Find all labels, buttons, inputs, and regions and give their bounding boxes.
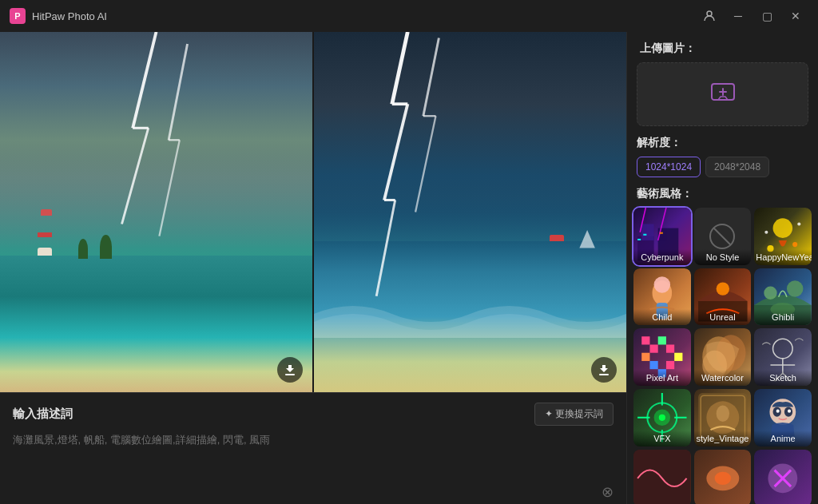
minimize-button[interactable]: ─ [725, 5, 751, 27]
svg-point-32 [765, 231, 768, 234]
svg-rect-46 [649, 361, 657, 369]
svg-point-31 [792, 242, 797, 247]
svg-rect-43 [641, 337, 649, 345]
input-area: 輸入描述詞 ✦ 更換提示詞 ⊗ [0, 392, 626, 504]
svg-point-40 [764, 286, 777, 299]
svg-rect-47 [658, 337, 666, 345]
prompt-textarea[interactable] [13, 432, 614, 480]
app-title: HitPaw Photo AI [32, 10, 107, 22]
style-child[interactable]: Child [633, 268, 691, 326]
svg-point-75 [788, 410, 791, 413]
style-sketch[interactable]: Sketch [754, 328, 812, 386]
svg-point-78 [714, 471, 730, 484]
style-more2[interactable] [694, 450, 752, 504]
style-anime[interactable]: Anime [754, 389, 812, 446]
svg-point-55 [773, 339, 793, 359]
svg-rect-45 [641, 353, 649, 361]
svg-rect-50 [666, 361, 674, 369]
style-anime-label: Anime [754, 431, 812, 446]
style-pixelart[interactable]: Pixel Art [633, 328, 691, 386]
images-area [0, 32, 626, 392]
style-vfx-label: VFX [633, 431, 691, 446]
left-image-container [0, 32, 312, 392]
upload-section: 上傳圖片： [627, 32, 818, 136]
style-pixelart-label: Pixel Art [633, 370, 691, 386]
clear-input-button[interactable]: ⊗ [602, 483, 614, 501]
art-styles-title: 藝術風格： [633, 187, 812, 201]
style-more3[interactable] [754, 450, 812, 504]
svg-rect-44 [649, 345, 657, 353]
app-logo: P [10, 8, 26, 24]
svg-rect-25 [643, 234, 646, 236]
upload-title: 上傳圖片： [627, 32, 818, 62]
style-ghibli[interactable]: Ghibli [754, 268, 812, 326]
style-more1[interactable] [633, 450, 691, 504]
titlebar: P HitPaw Photo AI ─ ▢ ✕ [0, 0, 818, 32]
svg-rect-24 [637, 239, 641, 240]
svg-rect-48 [666, 345, 674, 353]
resolution-1024-button[interactable]: 1024*1024 [637, 157, 701, 177]
svg-rect-16 [599, 374, 609, 375]
svg-point-29 [773, 218, 793, 238]
style-sketch-label: Sketch [754, 370, 812, 386]
maximize-button[interactable]: ▢ [754, 5, 780, 27]
svg-rect-7 [285, 374, 295, 375]
resolution-buttons: 1024*1024 2048*2048 [637, 157, 808, 177]
svg-rect-49 [674, 353, 682, 361]
resolution-title: 解析度： [637, 136, 808, 150]
user-button[interactable] [697, 5, 722, 27]
close-button[interactable]: ✕ [783, 5, 808, 27]
right-panel: 上傳圖片： 解析度： 1024*1024 2048*2048 藝術 [626, 32, 818, 504]
style-unreal-label: Unreal [694, 309, 752, 325]
svg-point-69 [716, 405, 729, 421]
svg-point-74 [776, 410, 780, 413]
styles-grid: Cyberpunk No Style [633, 208, 812, 504]
svg-point-66 [659, 415, 665, 421]
svg-point-35 [654, 276, 670, 292]
input-label: 輸入描述詞 [13, 407, 73, 422]
input-header: 輸入描述詞 ✦ 更換提示詞 [13, 403, 614, 426]
download-left-button[interactable] [277, 357, 303, 383]
input-footer: ⊗ [13, 483, 614, 501]
left-panel: 輸入描述詞 ✦ 更換提示詞 ⊗ [0, 32, 626, 504]
left-image [0, 32, 312, 392]
style-happynewyear[interactable]: HappyNewYear [754, 208, 812, 265]
more1-bg [633, 450, 691, 504]
svg-rect-26 [660, 232, 663, 234]
style-happynewyear-label: HappyNewYear [754, 249, 812, 265]
style-vintage-label: style_Vintage [694, 431, 752, 446]
style-nostyle-label: No Style [694, 249, 752, 265]
upload-icon [709, 77, 737, 112]
refresh-prompt-button[interactable]: ✦ 更換提示詞 [534, 403, 614, 426]
svg-point-0 [707, 11, 712, 16]
download-right-button[interactable] [591, 357, 617, 383]
style-ghibli-label: Ghibli [754, 309, 812, 325]
svg-point-38 [716, 282, 729, 295]
resolution-2048-button[interactable]: 2048*2048 [705, 157, 769, 177]
style-nostyle[interactable]: No Style [694, 208, 752, 265]
style-vintage[interactable]: style_Vintage [694, 389, 752, 446]
svg-rect-20 [641, 224, 653, 240]
window-controls: ─ ▢ ✕ [697, 5, 808, 27]
upload-area[interactable] [637, 62, 808, 126]
right-image [314, 32, 626, 392]
style-unreal[interactable]: Unreal [694, 268, 752, 326]
resolution-section: 解析度： 1024*1024 2048*2048 [627, 136, 818, 187]
style-vfx[interactable]: VFX [633, 389, 691, 446]
svg-point-33 [798, 222, 801, 225]
style-child-label: Child [633, 309, 691, 325]
svg-point-41 [787, 280, 803, 296]
more3-bg [754, 450, 812, 504]
style-cyberpunk[interactable]: Cyberpunk [633, 208, 691, 265]
more2-bg [694, 450, 752, 504]
style-watercolor[interactable]: Watercolor [694, 328, 752, 386]
style-cyberpunk-label: Cyberpunk [633, 249, 691, 265]
svg-line-28 [713, 228, 731, 245]
art-styles-section: 藝術風格： [627, 187, 818, 504]
style-watercolor-label: Watercolor [694, 370, 752, 386]
main-content: 輸入描述詞 ✦ 更換提示詞 ⊗ 上傳圖片： [0, 32, 818, 504]
right-image-container [314, 32, 626, 392]
